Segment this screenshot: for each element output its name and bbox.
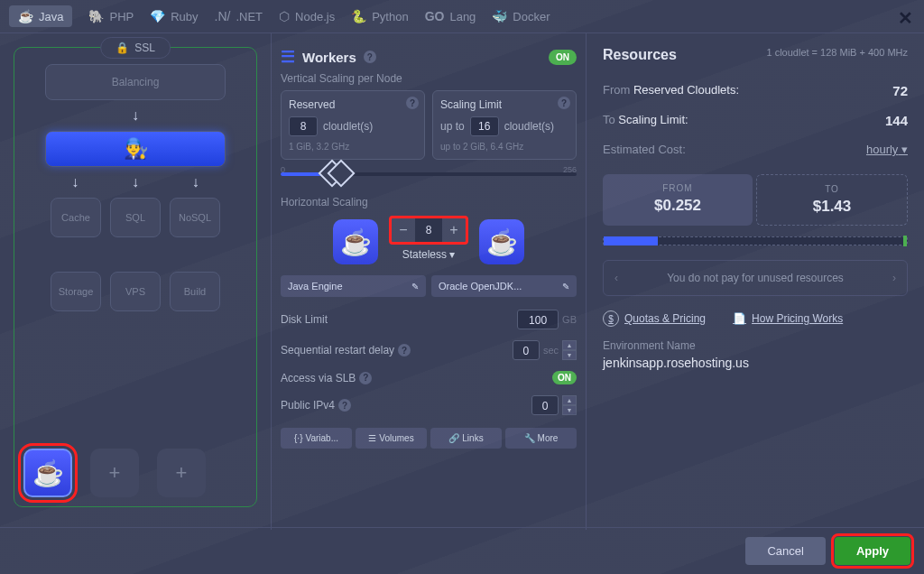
slb-toggle[interactable]: ON <box>552 371 577 384</box>
variables-button[interactable]: {·}Variab... <box>281 428 352 449</box>
horizontal-scaling-label: Horizontal Scaling <box>281 196 577 208</box>
menu-icon[interactable]: ☰ <box>281 47 295 67</box>
stateless-dropdown[interactable]: Stateless ▾ <box>389 248 468 261</box>
dotnet-icon: .N/ <box>215 9 231 23</box>
hscale-value[interactable]: 8 <box>415 218 442 242</box>
quotas-pricing-link[interactable]: $Quotas & Pricing <box>603 310 706 327</box>
cloudlet-slider[interactable]: 0256 <box>281 165 577 183</box>
hscale-engine-left[interactable]: ☕ <box>333 219 378 264</box>
environment-name-value: jenkinsapp.rosehosting.us <box>603 356 908 370</box>
jdk-select[interactable]: Oracle OpenJDK...✎ <box>431 275 577 297</box>
help-icon[interactable]: ? <box>364 51 376 63</box>
cost-from-card: FROM $0.252 <box>603 174 753 226</box>
add-engine-tile[interactable]: + <box>90 449 139 497</box>
scaling-limit-value: 144 <box>885 113 908 128</box>
ssl-topology-box: 🔒 SSL Balancing ↓ 👨‍🔧 ↓ ↓ ↓ Cache SQL No… <box>14 47 257 507</box>
disk-icon: ☰ <box>368 433 376 443</box>
how-pricing-works-link[interactable]: 📄How Pricing Works <box>733 312 843 325</box>
spin-up[interactable]: ▲ <box>562 340 577 350</box>
tab-docker[interactable]: 🐳Docker <box>492 9 550 23</box>
tab-dotnet[interactable]: .N/.NET <box>215 9 263 23</box>
ruby-icon: 💎 <box>150 9 165 23</box>
links-button[interactable]: 🔗Links <box>430 428 502 449</box>
increment-button[interactable]: + <box>442 218 466 242</box>
hscale-engine-right[interactable]: ☕ <box>479 219 524 264</box>
arrow-down-icon: ↓ <box>132 107 139 124</box>
slider-handle[interactable] <box>322 163 355 185</box>
arrow-down-icon: ↓ <box>132 174 139 190</box>
arrow-down-icon: ↓ <box>192 174 199 190</box>
more-button[interactable]: 🔧More <box>505 428 577 449</box>
pencil-icon: ✎ <box>562 282 569 292</box>
close-icon[interactable]: ✕ <box>898 7 913 29</box>
reserved-cloudlets-value: 72 <box>892 83 908 98</box>
braces-icon: {·} <box>294 433 302 443</box>
tab-ruby[interactable]: 💎Ruby <box>150 9 198 23</box>
java-engine-select[interactable]: Java Engine✎ <box>281 275 426 297</box>
jenkins-icon: 👨‍🔧 <box>124 137 148 161</box>
vps-node[interactable]: VPS <box>110 272 161 311</box>
doc-icon: 📄 <box>733 312 746 325</box>
dollar-icon: $ <box>603 310 619 327</box>
apply-button[interactable]: Apply <box>835 537 910 565</box>
tab-java[interactable]: ☕Java <box>9 5 72 27</box>
disk-limit-row: Disk Limit 100 GB <box>281 304 577 335</box>
help-icon[interactable]: ? <box>338 399 351 412</box>
disk-limit-input[interactable]: 100 <box>517 310 559 329</box>
tab-php[interactable]: 🐘PHP <box>88 9 134 23</box>
pricing-info-banner: ‹ You do not pay for unused resources › <box>603 260 908 296</box>
footer: Cancel Apply <box>0 527 924 574</box>
ipv4-row: Public IPv4 ? 0 ▲▼ <box>281 390 577 421</box>
ssl-label[interactable]: 🔒 SSL <box>100 37 171 59</box>
ipv4-input[interactable]: 0 <box>531 395 559 415</box>
tab-python[interactable]: 🐍Python <box>351 9 408 23</box>
link-icon: 🔗 <box>448 433 459 443</box>
pencil-icon: ✎ <box>411 282 419 292</box>
spin-down[interactable]: ▼ <box>562 405 577 415</box>
restart-delay-input[interactable]: 0 <box>513 340 540 360</box>
workers-header: ☰ Workers ? ON <box>281 47 577 67</box>
wrench-icon: 🔧 <box>524 433 535 443</box>
language-tabs: ☕Java 🐘PHP 💎Ruby .N/.NET ⬡Node.js 🐍Pytho… <box>0 0 924 33</box>
cache-node[interactable]: Cache <box>51 198 101 237</box>
tab-nodejs[interactable]: ⬡Node.js <box>279 9 335 23</box>
decrement-button[interactable]: − <box>392 218 415 242</box>
cost-to-card: TO $1.43 <box>756 174 908 226</box>
nosql-node[interactable]: NoSQL <box>170 198 220 237</box>
storage-node[interactable]: Storage <box>51 272 101 311</box>
java-cup-icon: ☕ <box>486 227 518 257</box>
help-icon[interactable]: ? <box>558 97 570 109</box>
php-icon: 🐘 <box>88 9 104 23</box>
volumes-button[interactable]: ☰Volumes <box>356 428 427 449</box>
build-node[interactable]: Build <box>170 272 220 311</box>
limit-input[interactable] <box>470 116 499 136</box>
add-engine-tile[interactable]: + <box>157 449 206 497</box>
cost-period-dropdown[interactable]: hourly ▾ <box>866 143 908 156</box>
chevron-left-icon[interactable]: ‹ <box>614 272 618 284</box>
reserved-input[interactable] <box>289 116 318 136</box>
vertical-scaling-label: Vertical Scaling per Node <box>281 72 577 85</box>
help-icon[interactable]: ? <box>406 97 419 109</box>
sql-node[interactable]: SQL <box>110 198 161 237</box>
help-icon[interactable]: ? <box>359 372 372 384</box>
scaling-limit-card: Scaling Limit ? up to cloudlet(s) up to … <box>432 90 577 160</box>
java-cup-icon: ☕ <box>32 458 64 488</box>
spin-up[interactable]: ▲ <box>562 395 577 405</box>
python-icon: 🐍 <box>351 9 366 23</box>
restart-delay-row: Sequential restart delay ? 0 sec ▲▼ <box>281 335 577 366</box>
nodejs-icon: ⬡ <box>279 9 290 23</box>
docker-icon: 🐳 <box>492 9 507 23</box>
cancel-button[interactable]: Cancel <box>745 537 825 565</box>
workers-toggle[interactable]: ON <box>549 50 577 65</box>
balancing-node[interactable]: Balancing <box>45 64 226 100</box>
tab-go[interactable]: GOLang <box>425 9 476 23</box>
reserved-card: Reserved ? cloudlet(s) 1 GiB, 3.2 GHz <box>281 90 425 160</box>
app-server-node[interactable]: 👨‍🔧 <box>45 131 226 167</box>
chevron-right-icon[interactable]: › <box>892 272 896 284</box>
cost-bar <box>603 236 908 245</box>
spin-down[interactable]: ▼ <box>562 350 577 360</box>
help-icon[interactable]: ? <box>398 344 411 356</box>
go-icon: GO <box>425 9 445 23</box>
java-cup-icon: ☕ <box>340 227 372 257</box>
java-engine-tile[interactable]: ☕ <box>23 449 72 497</box>
